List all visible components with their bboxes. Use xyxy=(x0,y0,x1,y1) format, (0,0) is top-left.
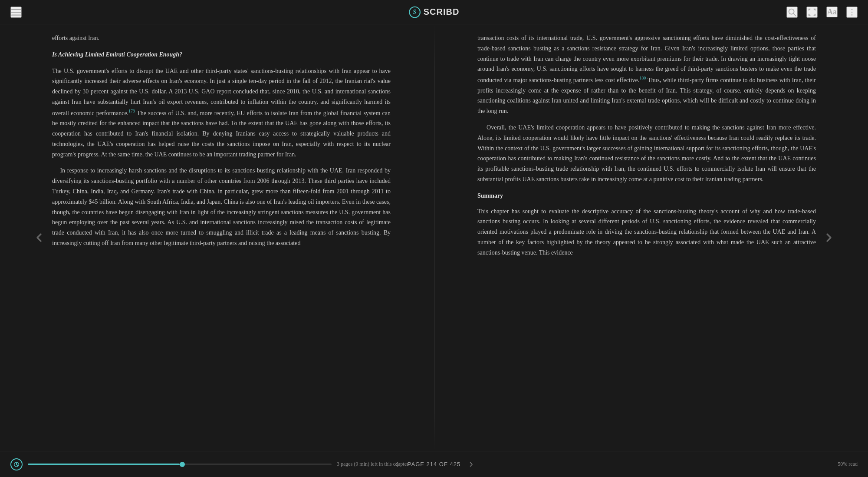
font-icon-label: Aa xyxy=(827,7,837,17)
svg-point-7 xyxy=(852,9,853,10)
next-page-button[interactable] xyxy=(467,460,475,468)
svg-rect-1 xyxy=(11,12,21,13)
search-button[interactable] xyxy=(786,7,798,18)
nav-center: S SCRIBD xyxy=(409,6,460,18)
svg-rect-0 xyxy=(11,9,21,10)
left-page-text: efforts against Iran. Is Achieving Limit… xyxy=(52,33,391,248)
font-button[interactable]: Aa xyxy=(826,7,838,17)
right-page: transaction costs of its international t… xyxy=(434,24,868,451)
progress-circle-button[interactable] xyxy=(10,458,23,470)
main-content: efforts against Iran. Is Achieving Limit… xyxy=(0,24,868,451)
footnote-180: 180 xyxy=(639,76,646,80)
page-divider xyxy=(434,24,434,451)
scribd-logo: S SCRIBD xyxy=(409,6,460,18)
footnote-179: 179 xyxy=(128,109,135,113)
prev-page-button[interactable] xyxy=(393,460,401,468)
svg-point-8 xyxy=(852,11,853,13)
nav-right: Aa xyxy=(786,7,858,18)
summary-heading: Summary xyxy=(477,191,816,201)
right-paragraph-2: Overall, the UAE's limited cooperation a… xyxy=(477,123,816,185)
fullscreen-button[interactable] xyxy=(806,7,818,18)
scribd-wordmark: SCRIBD xyxy=(424,7,460,17)
right-paragraph-1: transaction costs of its international t… xyxy=(477,33,816,116)
left-page: efforts against Iran. Is Achieving Limit… xyxy=(0,24,434,451)
right-page-text: transaction costs of its international t… xyxy=(477,33,816,258)
page-indicator: PAGE 214 OF 425 xyxy=(408,461,460,467)
progress-bar-fill xyxy=(28,464,180,465)
prev-page-arrow[interactable] xyxy=(26,225,52,251)
menu-button[interactable] xyxy=(10,7,22,18)
nav-left xyxy=(10,7,22,18)
svg-rect-2 xyxy=(11,14,21,15)
left-top-text: efforts against Iran. xyxy=(52,33,391,43)
svg-line-6 xyxy=(793,13,796,16)
navbar: S SCRIBD Aa xyxy=(0,0,868,24)
left-paragraph-2: In response to increasingly harsh sancti… xyxy=(52,166,391,248)
page-navigation: PAGE 214 OF 425 xyxy=(393,460,475,468)
progress-thumb xyxy=(180,462,185,467)
svg-text:S: S xyxy=(413,9,417,15)
next-page-arrow[interactable] xyxy=(816,225,842,251)
section-heading: Is Achieving Limited Emirati Cooperation… xyxy=(52,50,391,60)
progress-bar[interactable] xyxy=(28,464,332,465)
summary-paragraph: This chapter has sought to evaluate the … xyxy=(477,206,816,258)
pages-container: efforts against Iran. Is Achieving Limit… xyxy=(0,24,868,451)
more-button[interactable] xyxy=(846,7,858,18)
svg-point-9 xyxy=(852,14,853,16)
read-percent: 50% read xyxy=(838,461,858,467)
left-paragraph-1: The U.S. government's efforts to disrupt… xyxy=(52,66,391,160)
bottom-bar: 3 pages (9 min) left in this chapter PAG… xyxy=(0,451,868,477)
